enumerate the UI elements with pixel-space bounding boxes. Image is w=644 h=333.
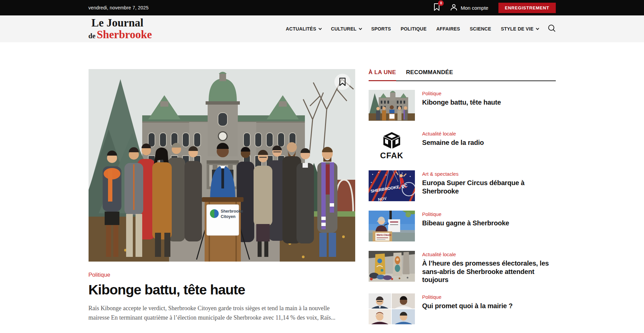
register-button[interactable]: ENREGISTREMENT bbox=[498, 3, 556, 13]
topbar: vendredi, novembre 7, 2025 0 Mon compte … bbox=[0, 0, 644, 15]
site-logo[interactable]: Le Journal deSherbrooke bbox=[89, 17, 152, 40]
nav-item-politique[interactable]: POLITIQUE bbox=[400, 26, 426, 32]
featured-title[interactable]: Kibonge battu, tête haute bbox=[89, 282, 355, 298]
article-thumbnail[interactable]: CFAK bbox=[369, 130, 415, 161]
article-category[interactable]: Politique bbox=[422, 211, 509, 217]
sidebar-tabs: À LA UNE RECOMMANDÉE bbox=[369, 69, 556, 81]
portrait-4 bbox=[392, 309, 415, 324]
podium-sign-line1: Sherbrooke bbox=[221, 209, 243, 214]
article-title[interactable]: Bibeau gagne à Sherbrooke bbox=[422, 219, 509, 227]
nav-item-style-de-vie[interactable]: STYLE DE VIE bbox=[501, 26, 538, 32]
podium-placard: Marie-Claude bbox=[377, 234, 391, 236]
article-title[interactable]: Semaine de la radio bbox=[422, 138, 484, 147]
chevron-down-icon bbox=[318, 26, 322, 30]
graffiti-pillar-left bbox=[375, 254, 385, 275]
date-label: vendredi, novembre 7, 2025 bbox=[89, 5, 149, 10]
featured-article-image[interactable]: Sherbrooke Citoyen bbox=[89, 69, 355, 262]
article-category[interactable]: Actualité locale bbox=[422, 252, 556, 257]
article-title[interactable]: Kibonge battu, tête haute bbox=[422, 98, 501, 107]
logo-de: de bbox=[89, 32, 96, 40]
mural-pillar-right bbox=[393, 253, 402, 276]
bookmark-button[interactable] bbox=[334, 74, 351, 90]
article-category[interactable]: Art & spectacles bbox=[422, 171, 556, 177]
account-label: Mon compte bbox=[461, 5, 488, 11]
article-thumbnail[interactable] bbox=[369, 293, 415, 324]
article-title[interactable]: À l’heure des promesses électorales, les… bbox=[422, 259, 556, 284]
portrait-3 bbox=[369, 309, 391, 324]
search-button[interactable] bbox=[548, 24, 556, 34]
nav-item-affaires[interactable]: AFFAIRES bbox=[436, 26, 460, 32]
logo-line1: Le Journal bbox=[89, 17, 152, 29]
tab-a-la-une[interactable]: À LA UNE bbox=[369, 69, 396, 81]
chevron-down-icon bbox=[536, 26, 539, 30]
article-title[interactable]: Qui promet quoi à la mairie ? bbox=[422, 302, 513, 310]
nav-item-science[interactable]: SCIENCE bbox=[470, 26, 491, 32]
cfak-wordmark: CFAK bbox=[380, 151, 403, 160]
list-item: SHERBROOKE, QC NOV Art & spectacles Euro… bbox=[369, 170, 556, 201]
article-thumbnail[interactable]: Marie-Claude bbox=[369, 211, 415, 241]
list-item: Politique Kibonge battu, tête haute bbox=[369, 90, 556, 121]
article-thumbnail[interactable] bbox=[369, 90, 415, 121]
list-item: Actualité locale À l’heure des promesses… bbox=[369, 251, 556, 284]
bookmark-count-badge: 0 bbox=[438, 0, 444, 6]
chevron-down-icon bbox=[359, 26, 362, 30]
article-thumbnail[interactable] bbox=[369, 251, 415, 282]
site-header: Le Journal deSherbrooke ACTUALITÉS CULTU… bbox=[0, 15, 644, 42]
article-category[interactable]: Actualité locale bbox=[422, 131, 484, 136]
podium-sign-line2: Citoyen bbox=[221, 214, 235, 219]
portrait-2 bbox=[392, 293, 415, 309]
list-item: Marie-Claude Politique Bibeau gagne à Sh… bbox=[369, 211, 556, 241]
main-nav: ACTUALITÉS CULTUREL SPORTS POLITIQUE AFF… bbox=[286, 26, 538, 32]
bookmarks-button[interactable]: 0 bbox=[433, 3, 440, 12]
tab-recommandee[interactable]: RECOMMANDÉE bbox=[406, 69, 453, 80]
article-title[interactable]: Europa Super Circus débarque à Sherbrook… bbox=[422, 179, 556, 195]
search-icon bbox=[548, 24, 556, 34]
user-icon bbox=[450, 4, 458, 12]
list-item: CFAK Actualité locale Semaine de la radi… bbox=[369, 130, 556, 161]
article-category[interactable]: Politique bbox=[422, 91, 501, 96]
article-category[interactable]: Politique bbox=[422, 294, 513, 300]
nav-item-sports[interactable]: SPORTS bbox=[371, 26, 391, 32]
featured-excerpt: Raïs Kibonge accepte le verdict, Sherbro… bbox=[89, 303, 348, 323]
featured-article: Sherbrooke Citoyen Politique Kibonge bat… bbox=[89, 69, 355, 333]
featured-category[interactable]: Politique bbox=[89, 272, 355, 278]
bookmark-icon bbox=[339, 77, 346, 86]
nav-item-actualites[interactable]: ACTUALITÉS bbox=[286, 26, 321, 32]
list-item: Politique Qui promet quoi à la mairie ? bbox=[369, 293, 556, 324]
portrait-1 bbox=[369, 293, 391, 309]
article-thumbnail[interactable]: SHERBROOKE, QC NOV bbox=[369, 170, 415, 201]
sidebar: À LA UNE RECOMMANDÉE bbox=[369, 69, 556, 333]
account-button[interactable]: Mon compte bbox=[450, 4, 488, 12]
nav-item-culturel[interactable]: CULTUREL bbox=[331, 26, 362, 32]
logo-city: Sherbrooke bbox=[97, 29, 152, 41]
